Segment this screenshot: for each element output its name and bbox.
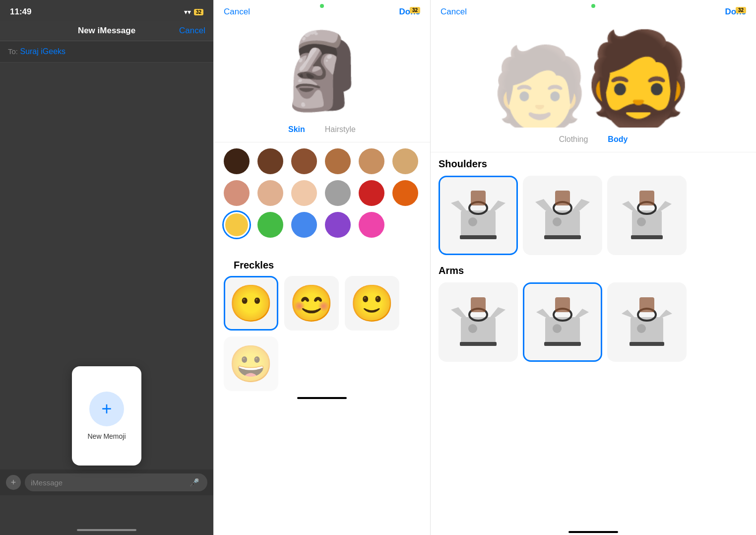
battery-badge-body: 32 (736, 7, 746, 13)
svg-point-26 (468, 324, 477, 333)
svg-point-19 (637, 217, 646, 226)
svg-point-12 (553, 217, 562, 226)
tab-hairstyle[interactable]: Hairstyle (325, 125, 356, 136)
svg-rect-6 (471, 191, 486, 205)
color-swatch-5[interactable] (359, 148, 384, 174)
svg-point-40 (637, 324, 646, 333)
tab-body[interactable]: Body (608, 135, 628, 146)
color-swatch-10[interactable] (325, 180, 351, 206)
svg-rect-39 (630, 342, 664, 346)
skin-cancel-button[interactable]: Cancel (224, 7, 250, 17)
to-contact: Suraj iGeeks (20, 47, 65, 56)
arm-option-1[interactable] (439, 282, 518, 362)
arms-title: Arms (439, 265, 748, 276)
body-cancel-button[interactable]: Cancel (441, 7, 467, 17)
color-swatch-2[interactable] (257, 148, 283, 174)
new-memoji-card[interactable]: + New Memoji (72, 366, 141, 466)
body-memoji-preview: 🧑 🧔 (431, 21, 756, 130)
message-area (0, 63, 213, 251)
freckle-option-none[interactable]: 😶 (224, 276, 278, 331)
skin-editor-header: Cancel Done 32 (214, 0, 430, 21)
status-time: 11:49 (10, 7, 31, 17)
color-swatch-11[interactable] (359, 180, 384, 206)
svg-marker-2 (488, 201, 505, 213)
color-swatch-12[interactable] (392, 180, 418, 206)
arm-shirt-svg-3 (620, 295, 674, 349)
arms-grid (439, 282, 748, 362)
to-row: To: Suraj iGeeks (0, 41, 213, 63)
shoulder-shirt-svg-2 (535, 188, 590, 243)
shoulder-option-1[interactable] (439, 176, 518, 255)
skin-tab-bar: Skin Hairstyle (214, 120, 430, 142)
memoji-avatar: 🗿 (276, 33, 369, 108)
arm-option-2[interactable] (523, 282, 602, 362)
svg-marker-8 (535, 199, 554, 212)
freckle-option-medium[interactable]: 🙂 (345, 276, 399, 331)
new-memoji-label: New Memoji (87, 432, 126, 440)
body-avatar-partial-left: 🧑 (490, 48, 589, 128)
message-input[interactable]: iMessage 🎤 (25, 473, 207, 491)
shoulder-option-2[interactable] (523, 176, 602, 255)
battery-indicator: 32 (194, 9, 203, 15)
arm-shirt-svg-1 (451, 295, 505, 349)
svg-rect-18 (631, 235, 663, 239)
freckles-section: Freckles 😶 😊 🙂 (214, 246, 430, 336)
scroll-indicator (297, 397, 347, 399)
svg-point-33 (553, 324, 562, 333)
color-swatch-13[interactable] (224, 212, 250, 238)
color-swatch-8[interactable] (257, 180, 283, 206)
svg-rect-4 (460, 235, 497, 239)
tab-clothing[interactable]: Clothing (559, 135, 588, 146)
shoulder-option-3[interactable] (607, 176, 687, 255)
color-swatch-3[interactable] (291, 148, 317, 174)
color-swatch-14[interactable] (257, 212, 283, 238)
skin-editor-panel: Cancel Done 32 🗿 Skin Hairstyle Freckles (213, 0, 430, 535)
shoulder-shirt-svg-1 (451, 188, 505, 243)
svg-marker-23 (488, 307, 505, 320)
body-avatar-main: 🧔 (579, 33, 697, 128)
wifi-icon: ▾▾ (184, 8, 191, 16)
svg-rect-11 (544, 235, 581, 239)
freckle-face-4: 😀 (229, 343, 273, 385)
svg-marker-16 (655, 201, 672, 213)
color-swatch-1[interactable] (224, 148, 250, 174)
svg-marker-15 (622, 201, 638, 213)
svg-marker-36 (622, 310, 637, 321)
body-scroll-indicator (568, 531, 618, 533)
shoulders-title: Shoulders (439, 158, 748, 170)
status-bar: 11:49 ▾▾ 32 (0, 0, 213, 21)
freckles-title: Freckles (224, 252, 420, 276)
plus-circle: + (89, 392, 124, 426)
color-swatch-grid (214, 142, 430, 246)
svg-marker-1 (451, 201, 468, 213)
svg-rect-20 (639, 191, 654, 205)
color-swatch-16[interactable] (325, 212, 351, 238)
freckle-option-light[interactable]: 😊 (284, 276, 339, 331)
freckle-face-3: 🙂 (350, 282, 394, 325)
status-icons: ▾▾ 32 (184, 8, 203, 16)
tab-skin[interactable]: Skin (288, 125, 305, 136)
arm-option-3[interactable] (607, 282, 687, 362)
plus-icon: + (101, 400, 112, 418)
svg-marker-29 (536, 309, 553, 321)
nav-cancel-button[interactable]: Cancel (179, 26, 205, 36)
color-swatch-6[interactable] (392, 148, 418, 174)
plus-icon: + (11, 477, 16, 488)
attachment-button[interactable]: + (6, 475, 21, 490)
color-swatch-15[interactable] (291, 212, 317, 238)
svg-rect-25 (460, 342, 497, 346)
to-label: To: (8, 47, 18, 56)
battery-badge: 32 (410, 7, 420, 13)
nav-bar: New iMessage Cancel (0, 21, 213, 41)
freckle-option-heavy[interactable]: 😀 (224, 336, 278, 391)
color-swatch-17[interactable] (359, 212, 384, 238)
svg-rect-32 (544, 342, 581, 346)
freckle-face-1: 😶 (229, 282, 273, 325)
color-swatch-9[interactable] (291, 180, 317, 206)
mic-icon[interactable]: 🎤 (189, 478, 201, 487)
svg-rect-13 (555, 191, 570, 205)
color-swatch-7[interactable] (224, 180, 250, 206)
freckles-grid: 😶 😊 🙂 (224, 276, 420, 331)
svg-marker-22 (451, 307, 468, 320)
color-swatch-4[interactable] (325, 148, 351, 174)
